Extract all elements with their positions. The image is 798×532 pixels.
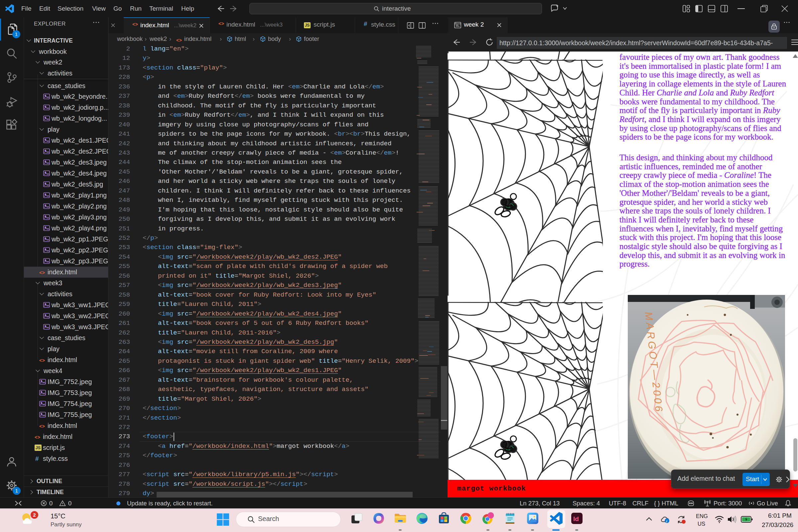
svg-text:Id: Id bbox=[573, 515, 579, 522]
svg-text:i: i bbox=[666, 519, 667, 523]
